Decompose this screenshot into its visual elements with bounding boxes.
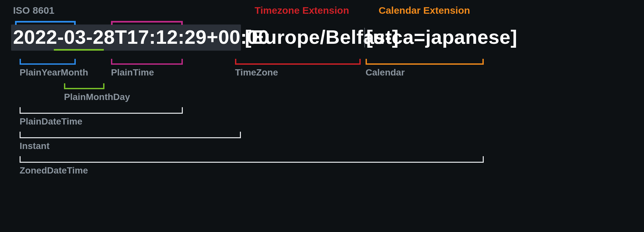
bracket-plain-year-month bbox=[20, 59, 76, 65]
bracket-calendar bbox=[366, 59, 484, 65]
main-cal-part: [u-ca=japanese] bbox=[366, 26, 517, 48]
label-calendar-extension: Calendar Extension bbox=[379, 5, 470, 16]
divider-line bbox=[364, 28, 365, 47]
bracket-plain-time bbox=[111, 59, 183, 65]
bracket-instant bbox=[20, 132, 241, 138]
bracket-plain-date-time bbox=[20, 107, 183, 114]
bracket-top-year-month bbox=[15, 21, 76, 25]
bracket-zoned-date-time bbox=[20, 156, 484, 163]
main-iso-part: 2022-03-28T17:12:29+00:00 bbox=[13, 26, 269, 48]
bracket-time-zone bbox=[235, 59, 361, 65]
label-plain-year-month: PlainYearMonth bbox=[20, 67, 88, 78]
label-plain-date-time: PlainDateTime bbox=[20, 116, 82, 127]
label-zoned-date-time: ZonedDateTime bbox=[20, 165, 88, 176]
label-calendar: Calendar bbox=[366, 67, 405, 78]
label-instant: Instant bbox=[20, 141, 50, 151]
bracket-top-time bbox=[111, 21, 183, 25]
label-plain-time: PlainTime bbox=[111, 67, 154, 78]
bracket-plain-month-day bbox=[64, 83, 104, 89]
label-timezone-extension: Timezone Extension bbox=[255, 5, 349, 16]
label-time-zone: TimeZone bbox=[235, 67, 278, 78]
label-plain-month-day: PlainMonthDay bbox=[64, 92, 130, 102]
underline-month-day bbox=[54, 49, 104, 51]
label-iso-8601: ISO 8601 bbox=[13, 5, 55, 16]
